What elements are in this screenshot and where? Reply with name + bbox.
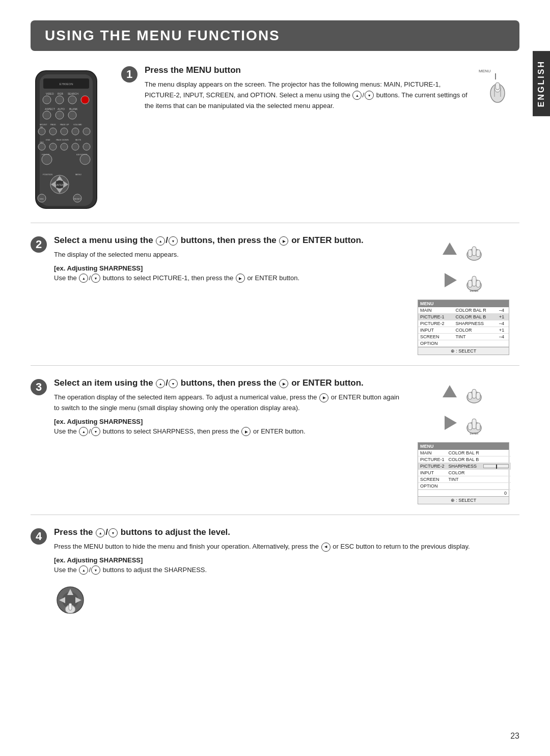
menu-table-step3: MENU MAIN COLOR BAL R PICTURE-1 [418,442,509,504]
step-number-3: 3 [31,379,47,395]
section-2: 2 Select a menu using the / buttons, the… [31,235,519,366]
svg-point-32 [49,143,57,150]
up-btn-icon [352,91,362,100]
page: ENGLISH USING THE MENU FUNCTIONS E780EON… [0,0,550,756]
right-btn-2 [279,236,288,246]
step-2-body: Use the / buttons to select PICTURE-1, t… [54,273,402,284]
svg-marker-60 [443,242,457,255]
step-3-heading: Select an item using the / buttons, then… [54,378,402,388]
svg-text:ESC: ESC [40,198,44,200]
table-cell: PICTURE-1 [418,314,454,320]
remote-control-image: E780EON VIDEO RGB SEARCH ASPECT AUTO BLA… [31,68,112,212]
table-cell [481,456,511,463]
table-row-selected: PICTURE-1 COLOR BAL B +1 [418,314,509,320]
svg-text:E780EON: E780EON [59,83,73,86]
svg-text:PAGE UP: PAGE UP [60,123,69,126]
svg-point-25 [72,128,79,135]
down-btn-4 [108,528,118,537]
svg-text:BLANK: BLANK [69,107,78,111]
down-btn-icon [365,91,374,100]
step-1-body: The menu display appears on the screen. … [145,79,469,111]
remote-svg: E780EON VIDEO RGB SEARCH ASPECT AUTO BLA… [31,68,102,211]
svg-rect-73 [472,389,476,398]
svg-text:ENTER: ENTER [470,432,479,435]
svg-text:VIDEO: VIDEO [46,92,54,95]
table-cell [481,450,511,456]
arrow-icon-3a [441,383,459,401]
table-row: SCREEN TINT –4 [418,334,509,340]
menu-table-rows: MAIN COLOR BAL R –4 PICTURE-1 COLOR BAL … [418,307,509,347]
svg-point-22 [38,128,45,135]
arrow-icon-2b [441,271,459,289]
table-row: PICTURE-1 COLOR BAL B [418,456,511,463]
menu-table-footer-3: ⊕ : SELECT [418,496,509,504]
svg-marker-71 [443,385,457,397]
svg-marker-76 [445,416,457,430]
svg-text:RESET: RESET [74,198,81,200]
slider-value: 0 [418,490,509,496]
svg-point-8 [56,96,64,104]
svg-point-31 [38,143,45,150]
table-cell: MAIN [418,450,447,456]
step-number-2: 2 [31,236,47,253]
menu-table-step2: MENU MAIN COLOR BAL R –4 PICTURE-1 [418,300,509,355]
svg-text:MENU: MENU [479,69,491,73]
step-4-body: Press the MENU button to hide the menu a… [54,542,519,552]
svg-point-26 [83,128,90,135]
table-cell: PICTURE-2 [418,320,454,327]
table-row: OPTION [418,340,509,347]
table-cell: SHARPNESS [447,463,481,470]
svg-text:POSITION: POSITION [43,173,52,176]
table-cell: –4 [497,320,509,327]
svg-rect-68 [468,280,472,287]
svg-rect-62 [472,247,476,256]
svg-text:ENTER: ENTER [56,183,64,186]
table-cell: TINT [447,476,481,483]
step-2-heading: Select a menu using the / buttons, then … [54,235,402,246]
page-number: 23 [510,732,519,741]
svg-point-15 [56,111,64,119]
svg-point-39 [80,154,90,165]
left-btn-4: ◄ [321,543,331,552]
svg-text:MENU: MENU [75,173,81,176]
step-2-text: Select a menu using the / buttons, then … [54,235,402,355]
step-2-intro: The display of the selected menu appears… [54,250,402,260]
table-cell: PICTURE-1 [418,456,447,463]
table-cell [481,463,511,470]
step-1-content: 1 Press the MENU button The menu display… [121,65,519,115]
table-cell [454,340,497,347]
step-4-heading: Press the / buttons to adjust the level. [54,527,519,537]
page-title: USING THE MENU FUNCTIONS [45,28,505,44]
table-cell: COLOR BAL R [454,307,497,314]
step-1-heading: Press the MENU button [145,65,469,75]
table-cell: OPTION [418,340,454,347]
svg-rect-80 [476,423,480,430]
up-btn-2b [79,274,88,283]
up-btn-2 [156,236,165,246]
svg-point-24 [61,128,68,135]
table-cell [481,483,511,490]
table-cell: INPUT [418,327,454,334]
menu-table-footer: ⊕ : SELECT [418,347,509,355]
step-4-diagram [54,584,519,616]
up-btn-4 [96,528,105,537]
svg-point-14 [43,111,51,119]
section-1: E780EON VIDEO RGB SEARCH ASPECT AUTO BLA… [31,65,519,223]
svg-text:VOLUME: VOLUME [73,123,82,126]
table-cell: –4 [497,307,509,314]
table-cell: +1 [497,314,509,320]
table-cell: SCREEN [418,476,447,483]
english-sidebar: ENGLISH [533,51,550,116]
table-cell: INPUT [418,470,447,476]
svg-point-34 [72,143,79,150]
svg-rect-59 [496,83,500,90]
right-btn-3c [241,427,251,436]
table-cell: +1 [497,327,509,334]
up-btn-3 [156,379,165,388]
table-row: MAIN COLOR BAL R –4 [418,307,509,314]
hand-icon-3b: ENTER [462,411,486,435]
table-cell: –4 [497,334,509,340]
up-btn-4b [79,565,88,575]
svg-point-10 [81,96,89,104]
down-btn-4b [91,565,100,575]
